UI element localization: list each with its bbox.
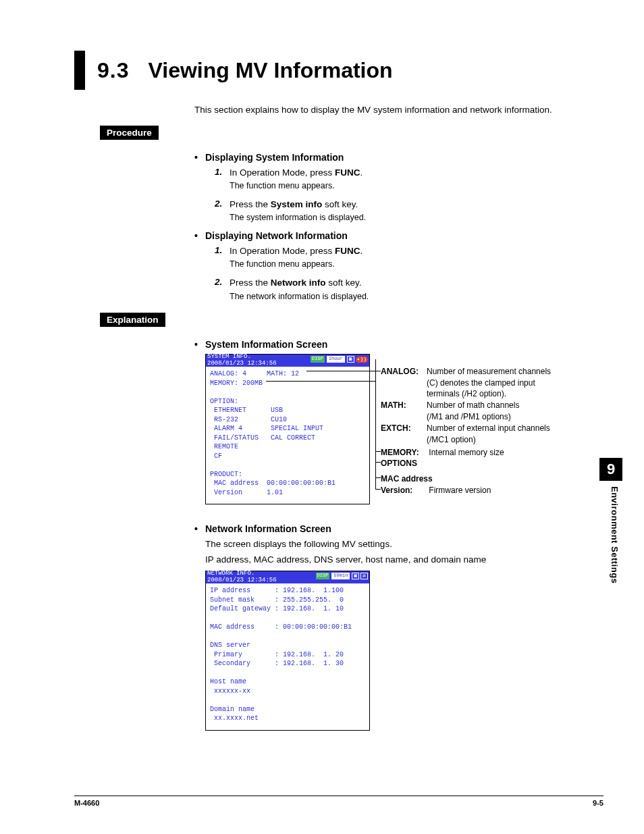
titlebar-icons: DISP 1hour ◙ •)): [311, 355, 368, 363]
explanation-label: Explanation: [100, 313, 165, 327]
title-accent-bar: [74, 51, 85, 90]
system-info-figure: SYSTEM INFO.2008/01/23 12:34:56 DISP 1ho…: [205, 354, 603, 504]
annot-version: Version: Firmware version: [381, 485, 491, 496]
net-step-1-note: The function menu appears.: [230, 259, 603, 270]
chapter-tab: 9: [599, 458, 622, 481]
link-icon: ⇄: [360, 573, 368, 579]
step-number: 2.: [215, 199, 230, 211]
section-title-text: Viewing MV Information: [148, 58, 392, 83]
camera-icon: ◙: [347, 356, 354, 363]
leader-vline: [375, 381, 376, 451]
page-footer: M-4660 9-5: [74, 796, 603, 807]
disp-icon: DISP: [316, 573, 330, 579]
step-text: In Operation Mode, press FUNC.: [230, 167, 603, 179]
leader-line: [375, 477, 381, 478]
leader-line: [375, 462, 381, 463]
bullet-icon: •: [194, 523, 205, 534]
heading-text: System Information Screen: [205, 339, 327, 350]
leader-line: [375, 489, 381, 490]
leader-line: [375, 371, 381, 371]
network-info-screen: NETWORK INFO.2008/01/23 12:34:56 DISP 59…: [205, 571, 370, 731]
heading-text: Network Information Screen: [205, 523, 331, 534]
step-text: In Operation Mode, press FUNC.: [230, 245, 603, 257]
heading-text: Displaying Network Information: [205, 230, 348, 241]
net-step-2-note: The network information is displayed.: [230, 291, 603, 303]
step-number: 2.: [215, 277, 230, 289]
chapter-tab-title: Environment Settings: [610, 486, 620, 583]
net-step-2: 2. Press the Network info soft key.: [215, 277, 603, 289]
system-info-screen: SYSTEM INFO.2008/01/23 12:34:56 DISP 1ho…: [205, 354, 370, 504]
section-number: 9.3: [97, 58, 129, 83]
net-screen-heading: • Network Information Screen: [194, 523, 603, 534]
sys-step-1-note: The function menu appears.: [230, 180, 603, 192]
intro-text: This section explains how to display the…: [194, 105, 603, 115]
annot-mac: MAC address: [381, 473, 433, 484]
procedure-label: Procedure: [100, 126, 159, 140]
annot-math: MATH:Number of math channels (/M1 and /P…: [381, 400, 576, 421]
sys-info-heading: • Displaying System Information: [194, 152, 603, 163]
heading-text: Displaying System Information: [205, 152, 344, 163]
annot-analog: ANALOG:Number of measurement channels (C…: [381, 366, 576, 399]
net-screen-line2: IP address, MAC address, DNS server, hos…: [205, 554, 603, 567]
section-title: 9.3 Viewing MV Information: [74, 51, 603, 90]
titlebar-icons: DISP 59min ◙ ⇄: [316, 572, 368, 580]
footer-left: M-4660: [74, 799, 99, 807]
disp-icon: DISP: [311, 356, 325, 363]
sys-step-1: 1. In Operation Mode, press FUNC.: [215, 167, 603, 179]
camera-icon: ◙: [352, 573, 359, 579]
net-step-1: 1. In Operation Mode, press FUNC.: [215, 245, 603, 257]
net-info-heading: • Displaying Network Information: [194, 230, 603, 241]
net-screen-line1: The screen displays the following MV set…: [205, 538, 603, 551]
leader-line: [375, 451, 381, 452]
sys-screen-heading: • System Information Screen: [194, 339, 603, 350]
bullet-icon: •: [194, 339, 205, 350]
step-number: 1.: [215, 245, 230, 257]
screen-titlebar: SYSTEM INFO.2008/01/23 12:34:56 DISP 1ho…: [206, 355, 369, 367]
screen-body: IP address : 192.168. 1.100 Subnet mask …: [206, 583, 369, 730]
annot-options: OPTIONS: [381, 458, 427, 469]
sys-step-2-note: The system information is displayed.: [230, 212, 603, 224]
time-badge: 1hour: [326, 355, 346, 363]
step-number: 1.: [215, 167, 230, 179]
footer-right: 9-5: [593, 799, 603, 807]
screen-body: ANALOG: 4 MATH: 12 MEMORY: 200MB OPTION:…: [206, 367, 369, 504]
annot-memory: MEMORY: Internal memory size: [381, 447, 576, 458]
leader-line: [306, 371, 375, 371]
step-text: Press the Network info soft key.: [230, 277, 603, 289]
sys-step-2: 2. Press the System info soft key.: [215, 199, 603, 211]
screen-titlebar: NETWORK INFO.2008/01/23 12:34:56 DISP 59…: [206, 571, 369, 583]
signal-icon: •)): [356, 357, 368, 363]
time-badge: 59min: [331, 572, 350, 580]
bullet-icon: •: [194, 230, 205, 241]
bullet-icon: •: [194, 152, 205, 163]
step-text: Press the System info soft key.: [230, 199, 603, 211]
annot-extch: EXTCH:Number of external input channels …: [381, 423, 576, 444]
leader-line: [266, 381, 375, 382]
